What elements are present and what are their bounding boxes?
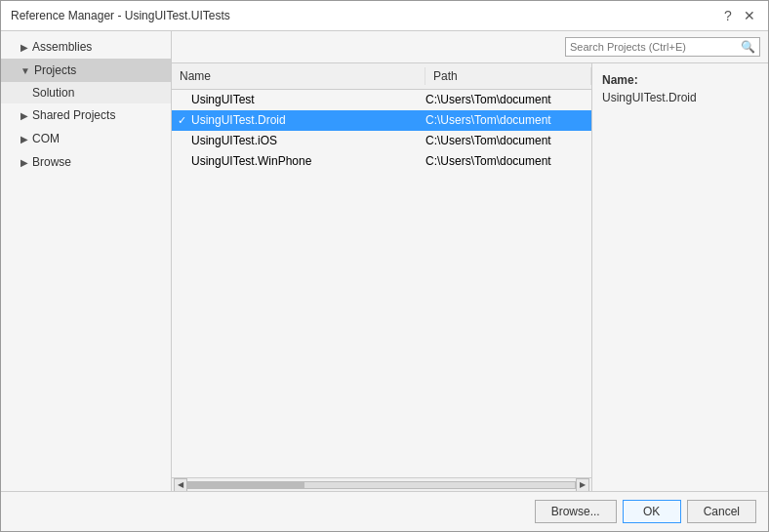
browse-button[interactable]: Browse...: [535, 500, 617, 523]
scrollbar-area: ◀ ▶: [172, 477, 591, 491]
sidebar-item-com[interactable]: ▶ COM: [1, 127, 171, 150]
table-body: UsingUITest C:\Users\Tom\document ✓ Usin…: [172, 90, 591, 477]
main-area: 🔍 Name Path UsingUITest C:\User: [172, 31, 768, 491]
table-header: Name Path: [172, 63, 591, 90]
row-path-1: C:\Users\Tom\document: [425, 113, 591, 127]
dialog-body: ▶ Assemblies ▼ Projects Solution ▶ Share…: [1, 31, 768, 491]
table-row[interactable]: UsingUITest.WinPhone C:\Users\Tom\docume…: [172, 151, 591, 172]
row-path-2: C:\Users\Tom\document: [425, 134, 591, 147]
title-bar-buttons: ? ✕: [719, 7, 758, 24]
table-area: Name Path UsingUITest C:\Users\Tom\docum…: [172, 63, 592, 491]
sidebar-item-label: Projects: [34, 63, 76, 77]
help-button[interactable]: ?: [719, 7, 737, 24]
dialog-window: Reference Manager - UsingUITest.UITests …: [0, 0, 769, 532]
info-panel: Name: UsingUITest.Droid: [592, 63, 768, 491]
sidebar: ▶ Assemblies ▼ Projects Solution ▶ Share…: [1, 31, 172, 491]
scroll-left-button[interactable]: ◀: [174, 478, 187, 492]
sidebar-item-projects[interactable]: ▼ Projects: [1, 59, 171, 82]
sidebar-item-shared-projects[interactable]: ▶ Shared Projects: [1, 103, 171, 127]
sidebar-item-label: COM: [32, 132, 60, 145]
cancel-button[interactable]: Cancel: [687, 500, 756, 523]
scroll-right-button[interactable]: ▶: [576, 478, 589, 492]
col-header-name: Name: [172, 67, 425, 85]
table-row[interactable]: UsingUITest.iOS C:\Users\Tom\document: [172, 131, 591, 151]
search-box[interactable]: 🔍: [565, 37, 760, 57]
dialog-title: Reference Manager - UsingUITest.UITests: [11, 9, 230, 22]
row-path-3: C:\Users\Tom\document: [425, 154, 591, 168]
info-name-label: Name:: [602, 73, 758, 87]
search-icon: 🔍: [741, 40, 755, 54]
sidebar-item-assemblies[interactable]: ▶ Assemblies: [1, 35, 171, 59]
horizontal-scrollbar[interactable]: [187, 481, 576, 489]
close-button[interactable]: ✕: [741, 7, 758, 24]
row-name-3: UsingUITest.WinPhone: [191, 154, 425, 168]
row-path-0: C:\Users\Tom\document: [425, 93, 591, 106]
info-name-value: UsingUITest.Droid: [602, 91, 758, 104]
title-bar: Reference Manager - UsingUITest.UITests …: [1, 1, 768, 31]
row-checkbox-1[interactable]: ✓: [172, 114, 191, 127]
sidebar-item-label: Assemblies: [32, 40, 92, 54]
table-row[interactable]: ✓ UsingUITest.Droid C:\Users\Tom\documen…: [172, 110, 591, 131]
sidebar-item-label: Shared Projects: [32, 108, 115, 122]
ok-button[interactable]: OK: [623, 500, 681, 523]
sidebar-item-browse[interactable]: ▶ Browse: [1, 150, 171, 174]
col-header-path: Path: [425, 67, 591, 85]
check-mark: ✓: [178, 114, 186, 126]
com-arrow: ▶: [20, 134, 28, 144]
table-row[interactable]: UsingUITest C:\Users\Tom\document: [172, 90, 591, 110]
row-name-1: UsingUITest.Droid: [191, 113, 425, 127]
scrollbar-thumb: [188, 482, 304, 488]
assemblies-arrow: ▶: [20, 42, 28, 53]
footer: Browse... OK Cancel: [1, 491, 768, 531]
row-name-0: UsingUITest: [191, 93, 425, 106]
sidebar-item-solution[interactable]: Solution: [1, 82, 171, 103]
sidebar-item-label: Browse: [32, 155, 71, 169]
shared-projects-arrow: ▶: [20, 110, 28, 121]
sidebar-item-label: Solution: [32, 86, 74, 100]
top-bar: 🔍: [172, 31, 768, 63]
row-name-2: UsingUITest.iOS: [191, 134, 425, 147]
browse-arrow: ▶: [20, 157, 28, 168]
content-split: Name Path UsingUITest C:\Users\Tom\docum…: [172, 63, 768, 491]
projects-arrow: ▼: [20, 65, 30, 76]
search-input[interactable]: [570, 41, 741, 53]
